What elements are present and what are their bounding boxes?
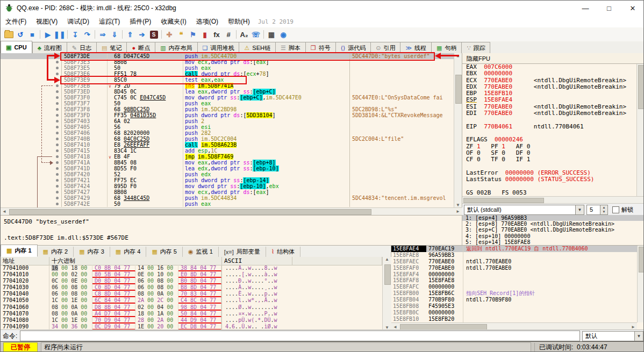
argument-count-stepper[interactable]: 5 ▲▼ [586,205,608,215]
stack-row[interactable]: 15E8FB04770B9F80ntdll.770B9F80 [391,297,637,303]
register-line[interactable]: GS 002B FS 0053 [462,190,637,196]
breakpoint-gutter[interactable] [1,124,62,130]
breakpoint-gutter[interactable] [1,77,62,83]
tab-breakpoints[interactable]: ●断点 [126,42,155,53]
stack-row[interactable]: 15E8FAF400000000 [391,271,637,278]
disasm-row[interactable]: 5D8F73F750push eax [1,100,462,106]
stack-arg-row[interactable]: 3: [esp+C] 770EABE0 <ntdll.DbgUiRemoteBr… [462,227,644,233]
stack-arg-row[interactable]: 2: [esp+8] 770EABE0 <ntdll.DbgUiRemoteBr… [462,221,644,227]
stack-row[interactable]: 15E8FAF0770EABE0ntdll.770EABE0 [391,265,637,271]
dump-row[interactable]: 7704107008 00 0A 00A4 D7 04 7718 00 1A 0… [1,311,382,317]
disasm-row[interactable]: 5D8F73ED8D45 0Clea eax,dword ptr ss:[ebp… [1,89,462,95]
dump-row[interactable]: 7704106008 00 0A 00D8 8B 04 7702 00 04 0… [1,304,382,311]
pause-button[interactable]: ❚❚ [54,29,66,40]
register-line[interactable]: CF 0 TF 0 IF 1 [462,156,637,163]
tab-call-stack[interactable]: ❏调用堆栈 [197,42,239,53]
unlock-checkbox[interactable] [612,206,619,213]
minimize-button[interactable]: — [574,1,597,16]
stack-arguments-view[interactable]: 1: [esp+4] 96A59BB32: [esp+8] 770EABE0 <… [462,215,644,245]
calculator-button[interactable]: ▦ [266,29,277,40]
scroll-thumb[interactable] [455,75,462,104]
tab-dump-4[interactable]: ▦内存 4 [110,247,147,257]
tab-references[interactable]: ⊙引用 [370,42,400,53]
spin-up-icon[interactable]: ▲ [600,205,607,210]
stack-row[interactable]: 15E8FAE4770EAC19返回到 ntdll.770EAC19 自 ntd… [391,246,637,252]
breakpoint-gutter[interactable] [1,189,62,195]
scroll-right-arrow[interactable]: ► [629,325,637,329]
register-line[interactable]: EIP 770B4061 ntdll.770B4061 [462,124,637,130]
settings-s-button[interactable]: S [148,29,160,40]
breakpoint-gutter[interactable] [1,53,62,59]
breakpoint-gutter[interactable] [1,201,62,207]
stack-arg-row[interactable]: 4: [esp+10] 00000000 [462,233,644,239]
text-a2-button[interactable]: A₂ [238,29,250,40]
breakpoint-gutter[interactable] [1,183,62,189]
disasm-row[interactable]: 5D8F742E50push eax [1,201,462,207]
stack-row[interactable]: 15E8FAF815E8FAE8 [391,277,637,284]
breakpoint-gutter[interactable] [1,136,62,142]
menu-item-help[interactable]: 帮助(H) [223,16,255,27]
disasm-row[interactable]: 5D8F73F0C745 0C E047C45Dmov dword ptr ss… [1,95,462,100]
disasm-row[interactable]: 5D8F73DE68 D047C45Dpush im.5DC447D05DC44… [1,53,462,59]
scroll-down-arrow[interactable]: ▼ [454,203,462,207]
stack-row[interactable]: 15E8FB0C00000000 [391,310,637,316]
tab-log[interactable]: ✎日志 [67,42,96,53]
execute-till-return-button[interactable]: ⇑ [124,29,136,40]
tab-cpu[interactable]: ▣CPU [1,41,32,54]
stack-vscrollbar[interactable] [637,246,644,322]
restart-button[interactable]: ↺ [15,29,26,40]
breakpoint-gutter[interactable] [1,160,62,166]
disasm-row[interactable]: 5D8F7424895D F0mov dword ptr ss:[ebp-10]… [1,183,462,189]
tab-notes[interactable]: ▤笔记 [96,42,126,53]
registers-vscrollbar[interactable] [636,64,644,196]
disasm-row[interactable]: 5D8F74278B08mov ecx,dword ptr ds:[eax] [1,189,462,195]
breakpoint-gutter[interactable] [1,148,62,154]
register-line[interactable]: LastStatus 00000000 (STATUS_SUCCESS) [462,176,637,183]
tab-dump-3[interactable]: ▦内存 3 [74,247,110,257]
labels-button[interactable]: ⚑ [187,29,199,40]
menu-item-plugins[interactable]: 插件(P) [125,16,156,27]
disasm-row[interactable]: 5D8F73FDFF35 0481D35Dpush dword ptr ds:[… [1,112,462,118]
scroll-left-arrow[interactable]: ◄ [391,325,399,329]
breakpoint-gutter[interactable] [1,171,62,177]
command-input[interactable] [20,331,580,341]
breakpoint-gutter[interactable] [1,166,62,171]
dump-row[interactable]: 770410200C 00 0E 00D0 8D 04 7706 00 08 0… [1,278,382,284]
scroll-right-arrow[interactable]: ► [454,209,462,214]
dump-vscrollbar[interactable]: ▲ ▼ [382,257,391,330]
comments-button[interactable]: ❝ [175,29,187,40]
dump-row[interactable]: 770410801C 00 1E 0070 D9 04 7728 00 2A 0… [1,317,382,324]
close-button[interactable]: ✕ [621,1,644,16]
menu-item-debug[interactable]: 调试(D) [62,16,94,27]
breakpoint-gutter[interactable] [1,112,62,118]
scroll-thumb[interactable] [384,264,391,285]
disasm-row[interactable]: 5D8F741D8D55 F0lea edx,dword ptr ss:[ebp… [1,166,462,171]
breakpoint-gutter[interactable] [1,177,62,183]
disasm-row[interactable]: 5D8F73E38B08mov ecx,dword ptr ds:[eax] [1,59,462,65]
breakpoint-gutter[interactable] [1,83,62,89]
disasm-row[interactable]: 5D8F7410E8 26EEFAFFcall im.5D8A623B [1,142,462,148]
memory-hash-button[interactable]: # [223,29,234,40]
command-script-select[interactable]: 默认 ▼ [582,331,643,341]
disasm-row[interactable]: 5D8F73E550push eax [1,65,462,71]
tab-source[interactable]: ⟨⟩源代码 [335,42,371,53]
open-file-button[interactable] [3,29,15,40]
scroll-up-arrow[interactable]: ▲ [454,53,462,58]
breakpoint-gutter[interactable] [1,130,62,136]
disasm-row[interactable]: 5D8F73F868 98BDC25Dpush im.5DC2BD985DC2B… [1,106,462,112]
disasm-row[interactable]: 5D8F741583C4 1Cadd esp,1C [1,148,462,154]
dump-row[interactable]: 7704100016 00 18 00C0 8B 04 7714 00 16 0… [1,265,382,271]
breakpoint-gutter[interactable] [1,89,62,95]
breakpoint-gutter[interactable] [1,71,62,77]
menu-item-view[interactable]: 视图(V) [31,16,62,27]
stack-row[interactable]: 15E8FB1015E8FB20 [391,316,637,322]
dump-row[interactable]: 7704104006 00 08 00C8 8D 04 7708 00 0A 0… [1,291,382,297]
tab-dump-5[interactable]: ▦内存 5 [146,247,183,257]
tab-seh-chain[interactable]: ⚠SEH链 [239,42,275,53]
stack-row[interactable]: 15E8FAE896A59BB3 [391,252,637,258]
dump-row[interactable]: 770410501C 00 1E 006C 84 04 772A 00 2C 0… [1,297,382,304]
tab-graph[interactable]: ♣流程图 [32,42,67,53]
disasm-row[interactable]: 5D8F740B68 04C0C25Dpush im.5DC2C0045DC2C… [1,136,462,142]
menu-item-options[interactable]: 选项(O) [191,16,223,27]
stack-rows[interactable]: 15E8FAE4770EAC19返回到 ntdll.770EAC19 自 ntd… [391,246,637,322]
